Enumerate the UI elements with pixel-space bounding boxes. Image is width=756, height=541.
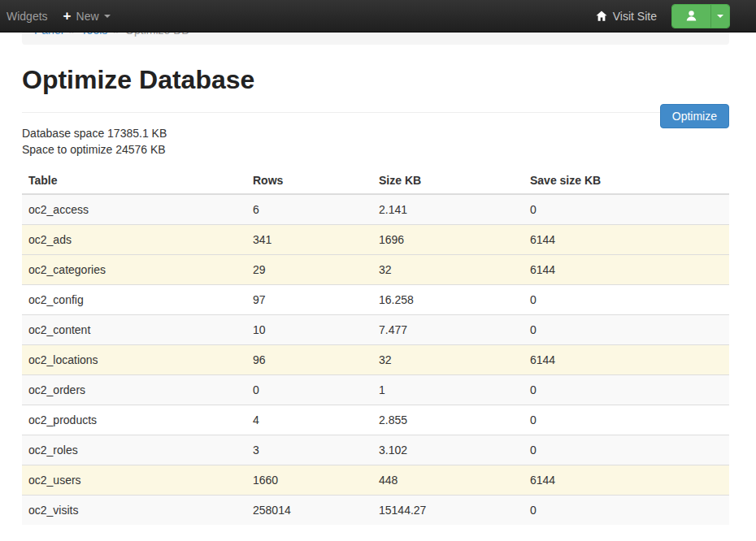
top-navbar: Widgets + New Visit Site bbox=[0, 0, 756, 32]
cell-size-kb: 32 bbox=[372, 255, 524, 285]
cell-size-kb: 448 bbox=[372, 465, 524, 496]
page-content: Panel » Tools » Optimize DB Optimize Dat… bbox=[0, 0, 756, 525]
table-row: oc2_users16604486144 bbox=[22, 465, 729, 496]
home-icon bbox=[596, 11, 607, 22]
cell-save-size-kb: 0 bbox=[524, 435, 729, 465]
nav-visit-site-label: Visit Site bbox=[613, 10, 657, 23]
header-table: Table bbox=[22, 167, 246, 194]
plus-icon: + bbox=[63, 9, 72, 23]
cell-rows: 0 bbox=[246, 375, 372, 405]
cell-table-name: oc2_config bbox=[22, 285, 246, 315]
cell-size-kb: 1 bbox=[372, 375, 524, 405]
cell-save-size-kb: 0 bbox=[524, 375, 729, 405]
cell-table-name: oc2_content bbox=[22, 315, 246, 345]
cell-size-kb: 2.141 bbox=[372, 194, 524, 225]
database-space-text: Database space 17385.1 KB bbox=[22, 125, 729, 141]
nav-widgets-label: Widgets bbox=[7, 10, 48, 23]
cell-rows: 1660 bbox=[246, 465, 372, 496]
page-title: Optimize Database bbox=[22, 65, 729, 95]
table-row: oc2_orders010 bbox=[22, 375, 729, 405]
cell-table-name: oc2_products bbox=[22, 405, 246, 435]
cell-rows: 341 bbox=[246, 225, 372, 255]
table-row: oc2_ads34116966144 bbox=[22, 225, 729, 255]
cell-rows: 96 bbox=[246, 345, 372, 375]
chevron-down-icon bbox=[717, 15, 723, 18]
nav-new-dropdown[interactable]: + New bbox=[63, 9, 111, 23]
cell-rows: 3 bbox=[246, 435, 372, 465]
nav-new-label: New bbox=[76, 10, 99, 23]
cell-table-name: oc2_visits bbox=[22, 496, 246, 526]
summary-block: Database space 17385.1 KB Space to optim… bbox=[22, 125, 729, 158]
cell-rows: 97 bbox=[246, 285, 372, 315]
cell-table-name: oc2_access bbox=[22, 194, 246, 225]
cell-save-size-kb: 0 bbox=[524, 315, 729, 345]
table-row: oc2_access62.1410 bbox=[22, 194, 729, 225]
cell-size-kb: 3.102 bbox=[372, 435, 524, 465]
cell-size-kb: 2.855 bbox=[372, 405, 524, 435]
cell-table-name: oc2_categories bbox=[22, 255, 246, 285]
header-size-kb: Size KB bbox=[372, 167, 524, 194]
cell-table-name: oc2_locations bbox=[22, 345, 246, 375]
nav-widgets[interactable]: Widgets bbox=[7, 10, 48, 23]
table-row: oc2_visits25801415144.270 bbox=[22, 496, 729, 526]
header-save-size-kb: Save size KB bbox=[524, 167, 729, 194]
user-menu-split-button bbox=[671, 4, 730, 28]
navbar-right: Visit Site bbox=[596, 4, 756, 28]
cell-rows: 6 bbox=[246, 194, 372, 225]
cell-rows: 4 bbox=[246, 405, 372, 435]
user-icon bbox=[685, 10, 697, 22]
cell-rows: 10 bbox=[246, 315, 372, 345]
cell-save-size-kb: 0 bbox=[524, 194, 729, 225]
table-row: oc2_content107.4770 bbox=[22, 315, 729, 345]
cell-size-kb: 7.477 bbox=[372, 315, 524, 345]
cell-table-name: oc2_users bbox=[22, 465, 246, 496]
table-row: oc2_locations96326144 bbox=[22, 345, 729, 375]
cell-save-size-kb: 6144 bbox=[524, 225, 729, 255]
table-row: oc2_config9716.2580 bbox=[22, 285, 729, 315]
cell-size-kb: 1696 bbox=[372, 225, 524, 255]
main-container: Panel » Tools » Optimize DB Optimize Dat… bbox=[22, 15, 729, 525]
cell-size-kb: 15144.27 bbox=[372, 496, 524, 526]
table-row: oc2_categories29326144 bbox=[22, 255, 729, 285]
cell-save-size-kb: 6144 bbox=[524, 465, 729, 496]
chevron-down-icon bbox=[104, 15, 111, 18]
cell-rows: 29 bbox=[246, 255, 372, 285]
cell-save-size-kb: 0 bbox=[524, 285, 729, 315]
cell-table-name: oc2_orders bbox=[22, 375, 246, 405]
space-to-optimize-text: Space to optimize 24576 KB bbox=[22, 141, 729, 158]
table-header-row: Table Rows Size KB Save size KB bbox=[22, 167, 729, 194]
optimize-table: Table Rows Size KB Save size KB oc2_acce… bbox=[22, 167, 729, 525]
cell-save-size-kb: 6144 bbox=[524, 255, 729, 285]
header-rows: Rows bbox=[246, 167, 372, 194]
user-button[interactable] bbox=[672, 5, 710, 28]
user-dropdown-toggle[interactable] bbox=[710, 5, 729, 28]
cell-save-size-kb: 0 bbox=[524, 496, 729, 526]
cell-size-kb: 32 bbox=[372, 345, 524, 375]
cell-rows: 258014 bbox=[246, 496, 372, 526]
cell-size-kb: 16.258 bbox=[372, 285, 524, 315]
cell-save-size-kb: 0 bbox=[524, 405, 729, 435]
table-row: oc2_products42.8550 bbox=[22, 405, 729, 435]
optimize-button[interactable]: Optimize bbox=[660, 104, 729, 128]
divider bbox=[22, 112, 729, 113]
table-row: oc2_roles33.1020 bbox=[22, 435, 729, 465]
cell-save-size-kb: 6144 bbox=[524, 345, 729, 375]
nav-visit-site[interactable]: Visit Site bbox=[596, 10, 657, 23]
cell-table-name: oc2_roles bbox=[22, 435, 246, 465]
cell-table-name: oc2_ads bbox=[22, 225, 246, 255]
